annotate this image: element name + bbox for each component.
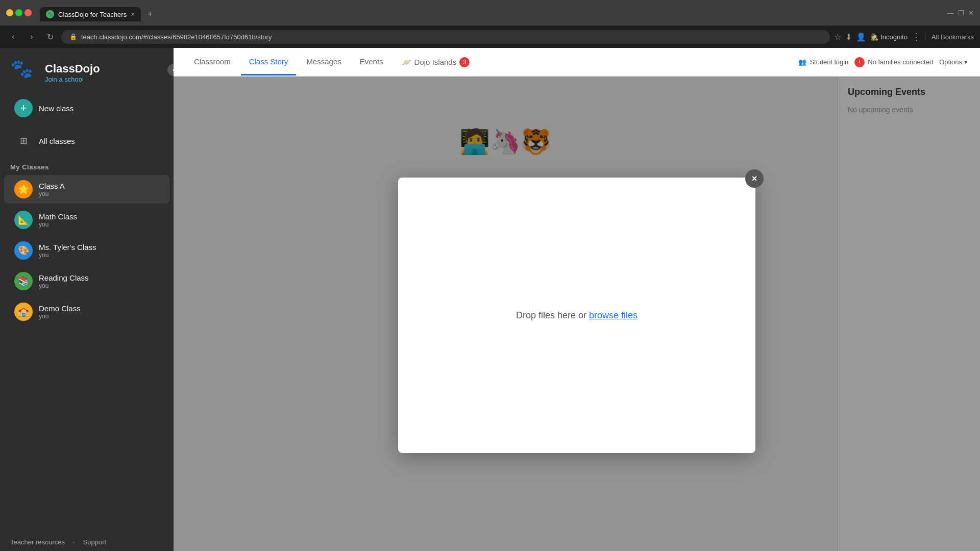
class-a-info: Class A you xyxy=(39,182,65,197)
drop-zone: Drop files here or browse files xyxy=(516,310,638,321)
tab-title: ClassDojo for Teachers xyxy=(58,11,127,18)
grid-icon: ⊞ xyxy=(14,132,33,150)
brand-name: ClassDojo xyxy=(45,62,100,76)
profile-button[interactable]: 👤 xyxy=(856,32,866,42)
back-button[interactable]: ‹ xyxy=(6,30,20,44)
browser-actions: ☆ ⬇ 👤 🕵 Incognito ⋮ xyxy=(834,31,921,42)
url-text: teach.classdojo.com/#/classes/65982e1046… xyxy=(81,33,272,41)
all-classes-button[interactable]: ⊞ All classes xyxy=(4,127,169,155)
student-icon: 👥 xyxy=(798,58,806,66)
browse-files-link[interactable]: browse files xyxy=(589,310,638,320)
reading-class-sub: you xyxy=(39,282,89,289)
class-a-sub: you xyxy=(39,190,65,197)
menu-button[interactable]: ⋮ xyxy=(912,31,921,42)
class-a-dot: 🌟 xyxy=(14,180,33,198)
families-warning-icon: ! xyxy=(854,57,865,67)
families-label: No families connected xyxy=(868,58,933,66)
sidebar-item-demo-class[interactable]: 🏫 Demo Class you xyxy=(4,297,169,326)
new-class-button[interactable]: + New class xyxy=(4,94,169,122)
options-label: Options xyxy=(939,58,962,66)
dojo-notification-badge: 3 xyxy=(459,57,470,67)
minimize-button[interactable] xyxy=(6,9,13,16)
ssl-icon: 🔒 xyxy=(69,33,77,40)
new-class-label: New class xyxy=(39,104,74,113)
sidebar-item-reading-class[interactable]: 📚 Reading Class you xyxy=(4,267,169,295)
minimize-window[interactable]: — xyxy=(947,9,954,17)
navigation-bar: ‹ › ↻ 🔒 teach.classdojo.com/#/classes/65… xyxy=(0,26,980,48)
reload-button[interactable]: ↻ xyxy=(43,30,57,44)
ms-tyler-info: Ms. Tyler's Class you xyxy=(39,243,96,259)
incognito-icon: 🕵 xyxy=(870,33,878,41)
browser-chrome: 🐾 ClassDojo for Teachers × + — ❐ ✕ ‹ › ↻… xyxy=(0,0,980,48)
content-area: 🧑‍💻 🦄 🐯 Upcoming Events No upcoming even… xyxy=(174,77,980,551)
address-bar[interactable]: 🔒 teach.classdojo.com/#/classes/65982e10… xyxy=(61,30,830,44)
window-controls xyxy=(6,9,32,16)
incognito-badge: 🕵 Incognito xyxy=(870,33,908,41)
top-navigation: Classroom Class Story Messages Events 🪐 … xyxy=(174,48,980,77)
bookmark-button[interactable]: ☆ xyxy=(834,32,841,42)
reading-class-info: Reading Class you xyxy=(39,273,89,289)
reading-class-dot: 📚 xyxy=(14,272,33,290)
ms-tyler-dot: 🎨 xyxy=(14,241,33,260)
tab-close-button[interactable]: × xyxy=(131,10,135,18)
modal-overlay[interactable]: × Drop files here or browse files xyxy=(174,77,980,551)
sidebar-item-math-class[interactable]: 📐 Math Class you xyxy=(4,206,169,234)
support-link[interactable]: Support xyxy=(83,538,107,546)
tab-classroom[interactable]: Classroom xyxy=(186,49,239,76)
maximize-button[interactable] xyxy=(15,9,22,16)
sidebar-item-class-a[interactable]: 🌟 Class A you xyxy=(4,175,169,204)
sidebar-item-ms-tyler[interactable]: 🎨 Ms. Tyler's Class you xyxy=(4,236,169,265)
sidebar-brand: ClassDojo Join a school xyxy=(45,62,100,83)
math-class-dot: 📐 xyxy=(14,211,33,229)
tab-messages[interactable]: Messages xyxy=(298,49,349,76)
dojo-emoji: 🪐 xyxy=(402,58,411,67)
demo-class-dot: 🏫 xyxy=(14,303,33,321)
forward-button[interactable]: › xyxy=(24,30,39,44)
reading-class-name: Reading Class xyxy=(39,273,89,282)
main-content: Classroom Class Story Messages Events 🪐 … xyxy=(174,48,980,551)
demo-class-sub: you xyxy=(39,313,81,320)
close-button[interactable] xyxy=(24,9,32,16)
download-button[interactable]: ⬇ xyxy=(845,32,852,42)
modal-close-button[interactable]: × xyxy=(745,169,764,188)
class-a-name: Class A xyxy=(39,182,65,190)
ms-tyler-name: Ms. Tyler's Class xyxy=(39,243,96,252)
student-login-button[interactable]: 👥 Student login xyxy=(798,58,848,66)
tab-favicon: 🐾 xyxy=(46,10,54,18)
incognito-label: Incognito xyxy=(880,33,908,41)
options-button[interactable]: Options ▾ xyxy=(939,58,968,66)
dojo-label: Dojo Islands xyxy=(414,58,457,66)
app-logo: 🐾 xyxy=(10,58,39,87)
my-classes-label: My Classes xyxy=(0,157,174,174)
tab-events[interactable]: Events xyxy=(352,49,391,76)
math-class-sub: you xyxy=(39,221,77,228)
restore-window[interactable]: ❐ xyxy=(958,9,964,17)
sidebar-header: 🐾 ClassDojo Join a school ‹ xyxy=(0,48,174,92)
new-tab-button[interactable]: + xyxy=(143,7,157,21)
sidebar: 🐾 ClassDojo Join a school ‹ + New class … xyxy=(0,48,174,551)
bookmarks-label: All Bookmarks xyxy=(932,33,974,41)
sidebar-collapse-button[interactable]: ‹ xyxy=(167,64,174,76)
student-login-label: Student login xyxy=(810,58,848,66)
active-tab[interactable]: 🐾 ClassDojo for Teachers × xyxy=(40,7,141,21)
bookmarks-bar-toggle[interactable]: All Bookmarks xyxy=(925,33,974,41)
tab-class-story[interactable]: Class Story xyxy=(241,49,297,76)
teacher-resources-link[interactable]: Teacher resources xyxy=(10,538,65,546)
ms-tyler-sub: you xyxy=(39,252,96,259)
all-classes-label: All classes xyxy=(39,137,75,145)
close-icon: × xyxy=(752,173,757,184)
demo-class-name: Demo Class xyxy=(39,304,81,313)
sidebar-footer: Teacher resources · Support xyxy=(0,530,174,551)
browser-titlebar: 🐾 ClassDojo for Teachers × + — ❐ ✕ xyxy=(0,0,980,26)
chevron-down-icon: ▾ xyxy=(964,58,968,66)
math-class-info: Math Class you xyxy=(39,212,77,228)
file-upload-modal: × Drop files here or browse files xyxy=(398,178,755,453)
top-actions: 👥 Student login ! No families connected … xyxy=(798,57,968,67)
demo-class-info: Demo Class you xyxy=(39,304,81,320)
tab-dojo-islands[interactable]: 🪐 Dojo Islands 3 xyxy=(394,49,478,76)
join-school-link[interactable]: Join a school xyxy=(45,76,100,83)
drop-text: Drop files here or xyxy=(516,310,589,320)
close-window[interactable]: ✕ xyxy=(968,9,974,17)
math-class-name: Math Class xyxy=(39,212,77,221)
families-button[interactable]: ! No families connected xyxy=(854,57,933,67)
